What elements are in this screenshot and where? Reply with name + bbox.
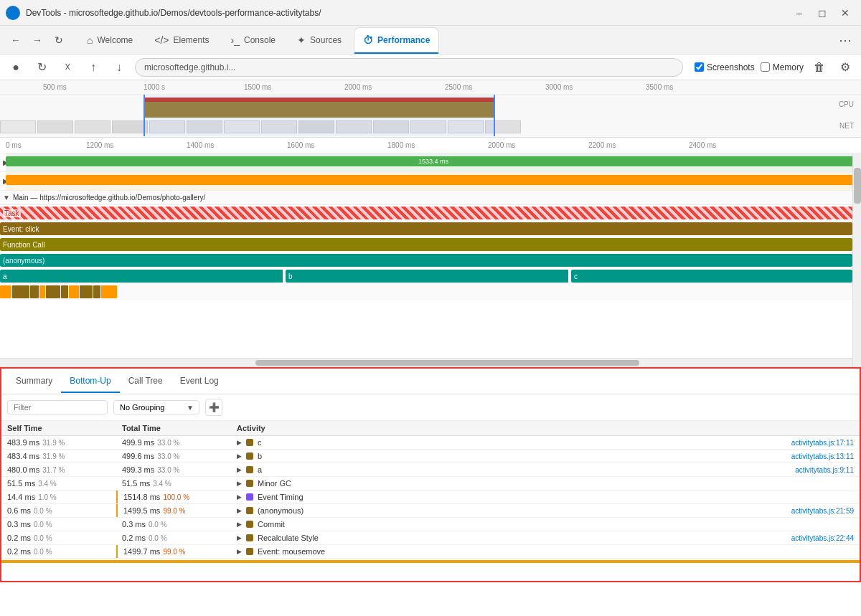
self-time-pct-3: 3.4 % [38,480,57,488]
sub-bar-5[interactable] [46,285,60,298]
interactions-track: ▶ Interactions [0,172,861,191]
reload-button[interactable]: ↻ [49,30,69,50]
tab-call-tree[interactable]: Call Tree [120,370,171,393]
anonymous-bar[interactable]: (anonymous) [0,254,852,267]
selection-region[interactable] [144,95,495,136]
download-button[interactable]: ↓ [109,57,129,77]
total-time-val-2: 499.3 ms [122,465,154,474]
row-8-swatch [246,548,253,555]
sources-icon: ✦ [297,34,306,46]
restore-button[interactable]: ◻ [812,3,832,23]
row-0-file[interactable]: activitytabs.js:17:11 [791,439,854,447]
timeline-scrollbar-h[interactable] [0,358,852,366]
main-thread-expand[interactable]: ▼ [0,194,10,202]
screenshots-text: Screenshots [707,62,755,72]
tab-elements[interactable]: </> Elements [145,27,218,53]
tab-call-tree-label: Call Tree [128,376,163,386]
tab-welcome[interactable]: ⌂ Welcome [77,27,142,53]
url-bar[interactable]: microsoftedge.github.i... [135,58,683,77]
interactions-content [6,172,861,190]
th-total-time[interactable]: Total Time [116,421,231,435]
screenshots-label[interactable]: Screenshots [695,62,755,72]
grouping-select[interactable]: No Grouping By Activity By Category By D… [113,400,199,414]
row-3-expand[interactable]: ▶ [237,480,242,487]
sub-bar-8[interactable] [80,285,93,298]
sub-bar-9[interactable] [93,285,100,298]
td-total-time-6: 0.3 ms 0.0 % [116,518,231,531]
row-8-expand[interactable]: ▶ [237,548,242,555]
more-tabs-button[interactable]: ⋯ [835,30,855,50]
sub-bar-6[interactable] [61,285,68,298]
td-total-time-2: 499.3 ms 33.0 % [116,463,231,476]
a-bar[interactable]: a [0,270,284,283]
minimize-button[interactable]: – [789,3,809,23]
back-button[interactable]: ← [6,30,26,50]
event-click-bar[interactable]: Event: click [0,222,852,235]
memory-text: Memory [773,62,804,72]
flame-anonymous-track: (anonymous) [0,252,861,268]
c-bar[interactable]: c [571,270,852,283]
tab-bottom-up[interactable]: Bottom-Up [61,370,119,393]
sub-bar-2[interactable] [12,285,29,298]
row-1-expand[interactable]: ▶ [237,452,242,460]
self-time-val-2: 480.0 ms [7,465,39,474]
timeline-scrollbar-h-thumb[interactable] [255,360,639,366]
row-5-expand[interactable]: ▶ [237,507,242,514]
th-activity[interactable]: Activity [231,421,860,435]
memory-label[interactable]: Memory [761,62,804,72]
settings-button[interactable]: ⚙ [835,57,855,77]
tab-sources[interactable]: ✦ Sources [288,27,351,53]
trash-button[interactable]: 🗑 [809,57,829,77]
timeline-scrollbar-thumb[interactable] [854,168,861,204]
memory-checkbox[interactable] [761,62,770,72]
clear-button[interactable]: ☓ [57,57,77,77]
task-bar[interactable]: Task [0,207,852,219]
td-activity-7: ▶ Recalculate Style activitytabs.js:22:4… [231,531,860,544]
timeline-overview[interactable]: 500 ms 1000 s 1500 ms 2000 ms 2500 ms 30… [0,80,861,138]
self-time-pct-5: 0.0 % [34,507,52,515]
row-4-activity: Event Timing [258,493,304,501]
record-button[interactable]: ● [6,57,26,77]
sub-bar-4[interactable] [39,285,45,298]
self-time-val-3: 51.5 ms [7,479,35,488]
browser-tab-bar: ← → ↻ ⌂ Welcome </> Elements ›_ Console … [0,26,861,55]
row-5-file[interactable]: activitytabs.js:21:59 [791,507,854,515]
close-button[interactable]: ✕ [835,3,855,23]
window-controls: – ◻ ✕ [789,3,855,23]
row-1-file[interactable]: activitytabs.js:13:11 [791,452,854,460]
row-0-expand[interactable]: ▶ [237,439,242,446]
table-row: 51.5 ms 3.4 % 51.5 ms 3.4 % ▶ [1,477,860,491]
sub-bar-1[interactable] [0,285,11,298]
upload-button[interactable]: ↑ [83,57,103,77]
row-2-file[interactable]: activitytabs.js:9:11 [795,466,854,474]
tab-summary[interactable]: Summary [7,370,61,393]
filter-input[interactable] [7,400,108,414]
flame-abc-track: a b c [0,268,861,284]
td-activity-1: ▶ b activitytabs.js:13:11 [231,450,860,463]
row-4-expand[interactable]: ▶ [237,493,242,501]
row-7-expand[interactable]: ▶ [237,534,242,541]
sub-bar-7[interactable] [69,285,79,298]
screenshots-checkbox[interactable] [695,62,704,72]
reload-record-button[interactable]: ↻ [32,57,52,77]
row-2-expand[interactable]: ▶ [237,466,242,473]
tab-event-log[interactable]: Event Log [171,370,227,393]
forward-button[interactable]: → [27,30,47,50]
sub-bar-3[interactable] [30,285,39,298]
timeline-scrollbar-v[interactable] [852,153,861,366]
timeline-main[interactable]: 0 ms 1200 ms 1400 ms 1600 ms 1800 ms 200… [0,138,861,367]
add-column-button[interactable]: ➕ [205,399,222,416]
sub-bar-10[interactable] [101,285,117,298]
td-total-time-4: 1514.8 ms 100.0 % [116,491,231,503]
tab-performance[interactable]: ⏱ Performance [354,27,439,53]
table-row: 0.6 ms 0.0 % 1499.5 ms 99.0 % ▶ [1,504,860,518]
a-label: a [3,273,7,280]
row-6-expand[interactable]: ▶ [237,521,242,528]
th-self-time[interactable]: Self Time [1,421,116,435]
row-7-file[interactable]: activitytabs.js:22:44 [791,534,854,542]
function-call-bar[interactable]: Function Call [0,238,852,251]
self-time-val-5: 0.6 ms [7,506,31,515]
tab-console[interactable]: ›_ Console [222,27,285,53]
self-time-pct-8: 0.0 % [34,548,52,556]
b-bar[interactable]: b [286,270,570,283]
